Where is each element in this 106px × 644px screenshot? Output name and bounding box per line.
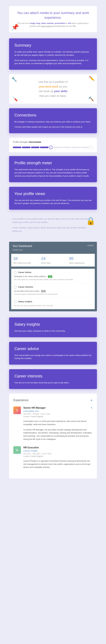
company-logo: lj bbox=[13, 406, 21, 414]
wrench-icon: 🔧 bbox=[11, 76, 17, 82]
stat-profile-views[interactable]: 34 Who viewed your profile bbox=[11, 254, 39, 266]
experience-section: Experience + ✎ lj Senior HR Manager Leis… bbox=[9, 394, 97, 478]
meter-segment bbox=[62, 146, 71, 148]
meter-segment bbox=[40, 146, 49, 148]
meter-segment bbox=[53, 146, 62, 148]
summary-title: Summary bbox=[14, 43, 92, 48]
dashboard-subtitle: Private to you bbox=[12, 249, 23, 251]
privacy-p1: If your profile is set to private mode, … bbox=[12, 217, 89, 224]
media-card: You can attach media to your summary and… bbox=[9, 6, 97, 32]
views-title: Your profile views bbox=[14, 191, 92, 196]
meter-segment bbox=[13, 146, 21, 148]
portfolio-card: 🔧 ✏️ 🪛 🔨 Use this as a portfolio of your… bbox=[9, 74, 97, 104]
company-logo: lp bbox=[13, 446, 21, 454]
summary-card: Summary To make your profile more search… bbox=[9, 38, 97, 70]
advice-card: Career advice One conversation can chang… bbox=[9, 342, 97, 365]
job-desc: Leisure People is a specialist recruitme… bbox=[23, 460, 93, 469]
privacy-note: 🔒 If your profile is set to private mode… bbox=[9, 214, 97, 238]
meter-card: Profile strength meter This determines h… bbox=[9, 156, 97, 182]
experience-title: Experience bbox=[13, 398, 28, 402]
interests-title: Career interests bbox=[14, 374, 92, 378]
stat-search-appearances[interactable]: 95 Search appearances bbox=[67, 254, 95, 266]
meter-p1: This determines how robust your profile … bbox=[14, 168, 92, 178]
job-company[interactable]: Leisure People bbox=[23, 450, 93, 452]
media-body: This can be an image, blog, video, websi… bbox=[15, 22, 91, 28]
toggle-off[interactable]: Off bbox=[41, 290, 46, 292]
meter-star-icon: ☆ bbox=[90, 146, 93, 149]
job-title: HR Executive bbox=[23, 446, 93, 449]
job-location: London, United Kingdom bbox=[23, 455, 93, 457]
meter-check-icon: ✓ bbox=[49, 146, 53, 149]
dash-career-advice[interactable]: Career Advice Participate in the career … bbox=[11, 269, 95, 283]
job-desc: As Senior HR Manager, my key duties incl… bbox=[23, 428, 93, 441]
advice-p1: One conversation can change your career … bbox=[14, 354, 92, 360]
meter-title: Profile strength meter bbox=[14, 160, 92, 165]
add-experience-button[interactable]: + bbox=[90, 398, 93, 403]
job-dates: Jan 2014 – Present · 5 yrs 1 mos bbox=[23, 413, 93, 415]
dashboard-items: Career Advice Participate in the career … bbox=[11, 269, 95, 309]
connections-title: Connections bbox=[14, 113, 92, 118]
hammer-icon: 🔨 bbox=[88, 96, 94, 102]
dashboard-header: ☆ All Star Your Dashboard Private to you bbox=[9, 242, 97, 254]
summary-p1: To make your profile more search friendl… bbox=[14, 50, 92, 57]
job-company[interactable]: Leisurejobs.com bbox=[23, 410, 93, 412]
job-dates: Oct 2011 – Dec 2013 · 2 yrs 2 mos bbox=[23, 453, 93, 455]
dash-salary-insights[interactable]: Salary insights See how your salary comp… bbox=[11, 298, 95, 309]
stat-article-views[interactable]: 24 Article views bbox=[39, 254, 67, 266]
dashboard-stats: 34 Who viewed your profile 24 Article vi… bbox=[11, 254, 95, 266]
advice-title: Career advice bbox=[14, 346, 92, 351]
views-card: Your profile views You can see who has v… bbox=[9, 187, 97, 210]
salary-title: Salary insights bbox=[14, 322, 92, 327]
interests-card: Career interests Turn this on to let rec… bbox=[9, 369, 97, 389]
strength-label: Profile Strength: Intermediate bbox=[13, 141, 93, 143]
edit-job-button[interactable]: ✎ bbox=[91, 406, 93, 410]
salary-card: Salary insights See how your salary comp… bbox=[9, 318, 97, 337]
dash-career-interests[interactable]: Career interests Let recruiters know you… bbox=[11, 283, 95, 298]
toggle-on[interactable]: On bbox=[48, 276, 52, 278]
connections-card: Connections Be strategic in making conne… bbox=[9, 108, 97, 133]
strength-meter: ✓ ☆ bbox=[13, 146, 93, 149]
portfolio-text: Use this as a portfolio of your best wor… bbox=[17, 80, 89, 98]
lock-icon: 🔒 bbox=[86, 216, 95, 225]
summary-p2: Proof read your summary and avoid abbrev… bbox=[14, 59, 92, 65]
dashboard-title: Your Dashboard bbox=[12, 244, 94, 248]
pencil-icon: ✏️ bbox=[89, 76, 95, 81]
job-location: London, United Kingdom bbox=[23, 416, 93, 418]
salary-p1: See how your salary compares to others i… bbox=[14, 330, 92, 333]
experience-header: Experience + bbox=[13, 398, 93, 403]
job-entry: ✎ lj Senior HR Manager Leisurejobs.com J… bbox=[13, 406, 93, 441]
interests-p1: Turn this on to let recruiters know that… bbox=[14, 381, 92, 384]
screwdriver-icon: 🪛 bbox=[12, 96, 18, 102]
job-desc: Leisurejobs.com is a niche job board cat… bbox=[23, 420, 93, 426]
dashboard-widget: ☆ All Star Your Dashboard Private to you… bbox=[9, 242, 97, 311]
meter-segment bbox=[80, 146, 89, 148]
connections-p1: Be strategic in making connections, they… bbox=[14, 120, 92, 124]
meter-segment bbox=[71, 146, 80, 148]
job-entry: lp HR Executive Leisure People Oct 2011 … bbox=[13, 446, 93, 469]
allstar-badge: ☆ All Star bbox=[86, 244, 94, 246]
privacy-p2: It does, however, mean that you will be … bbox=[12, 226, 89, 233]
meter-segment bbox=[31, 146, 40, 148]
meter-segment bbox=[22, 146, 30, 148]
media-heading: You can attach media to your summary and… bbox=[15, 11, 91, 20]
pin-icon: 📌 bbox=[11, 24, 19, 31]
views-p1: You can see who has viewed your profile … bbox=[14, 199, 92, 205]
job-title: Senior HR Manager bbox=[23, 406, 93, 409]
strength-indicator: Profile Strength: Intermediate ✓ ☆ bbox=[9, 138, 97, 152]
connections-p2: Connect and follow people who inspire yo… bbox=[14, 126, 92, 129]
